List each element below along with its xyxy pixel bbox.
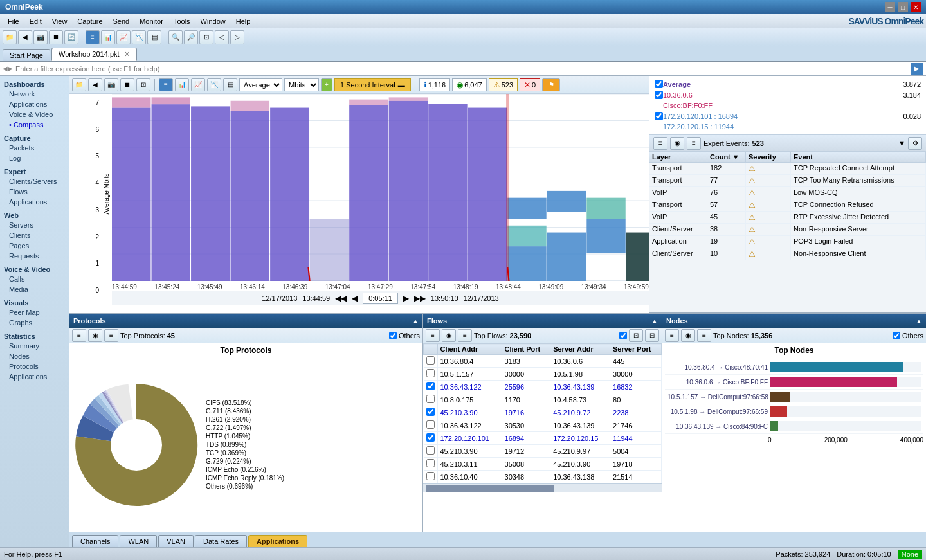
tab-workshop[interactable]: Workshop 2014.pkt ✕ — [51, 48, 137, 61]
flows-expand-btn[interactable]: ⊡ — [629, 329, 643, 342]
flows-table-btn[interactable]: ≡ — [426, 329, 440, 342]
nodes-collapse[interactable]: ▲ — [916, 318, 922, 325]
nodes-others-checkbox[interactable] — [893, 332, 900, 339]
table-row[interactable]: 10.5.1.157 30000 10.5.1.98 30000 — [424, 368, 662, 381]
proto-bar-btn[interactable]: ≡ — [104, 329, 118, 342]
col-server-addr[interactable]: Server Addr — [550, 344, 610, 355]
bytes-badge[interactable]: ◉ 6,047 — [452, 78, 487, 91]
toolbar-stack[interactable]: ▤ — [147, 30, 161, 44]
graph-btn-open[interactable]: 📁 — [72, 78, 86, 91]
flows-collapse-btn[interactable]: ⊟ — [645, 329, 659, 342]
graph-btn-back[interactable]: ◀ — [88, 78, 102, 91]
graph-btn-stop[interactable]: ⏹ — [120, 78, 134, 91]
warn-badge[interactable]: ⚠ 523 — [489, 78, 518, 91]
sidebar-item-voice-video[interactable]: Voice & Video — [0, 109, 69, 120]
row-check[interactable] — [426, 395, 435, 403]
menu-monitor[interactable]: Monitor — [134, 16, 168, 26]
sidebar-item-summary[interactable]: Summary — [0, 341, 69, 351]
toolbar-open[interactable]: 📁 — [3, 30, 17, 44]
toolbar-table[interactable]: ≡ — [86, 30, 100, 44]
row-check[interactable] — [426, 408, 435, 416]
flows-scrollbar-thumb[interactable] — [426, 485, 554, 492]
toolbar-restart[interactable]: 🔄 — [64, 30, 78, 44]
legend-check-172[interactable] — [655, 112, 663, 120]
graph-split-btn[interactable]: ▤ — [223, 78, 237, 91]
expert-bar-btn[interactable]: ≡ — [687, 137, 701, 150]
menu-window[interactable]: Window — [195, 16, 231, 26]
close-button[interactable]: ✕ — [911, 2, 921, 12]
sidebar-item-clients-servers[interactable]: Clients/Servers — [0, 176, 69, 186]
table-row[interactable]: 45.210.3.90 19716 45.210.9.72 2238 — [424, 406, 662, 419]
tab-wlan[interactable]: WLAN — [120, 535, 157, 547]
menu-file[interactable]: File — [3, 16, 24, 26]
maximize-button[interactable]: □ — [898, 2, 908, 12]
graph-btn-capture[interactable]: 📷 — [104, 78, 118, 91]
filter-go-button[interactable]: ▶ — [911, 63, 923, 75]
protocols-collapse[interactable]: ▲ — [412, 318, 419, 325]
graph-line-btn[interactable]: 📈 — [191, 78, 205, 91]
flows-bar-btn[interactable]: ≡ — [458, 329, 472, 342]
row-check[interactable] — [426, 433, 435, 442]
row-check[interactable] — [426, 382, 435, 390]
sidebar-item-servers[interactable]: Servers — [0, 220, 69, 230]
table-row[interactable]: VoIP 76 ⚠ Low MOS-CQ — [649, 187, 926, 199]
table-row[interactable]: 10.36.10.40 30348 10.36.43.138 21514 — [424, 471, 662, 483]
toolbar-zoom-in[interactable]: 🔍 — [168, 30, 183, 44]
graph-btn-restart[interactable]: ⊡ — [136, 78, 150, 91]
sidebar-item-stat-applications[interactable]: Applications — [0, 372, 69, 382]
table-row[interactable]: Transport 57 ⚠ TCP Connection Refused — [649, 199, 926, 212]
graph-table-btn[interactable]: ≡ — [159, 78, 173, 91]
table-row[interactable]: Client/Server 10 ⚠ Non-Responsive Client — [649, 248, 926, 260]
expert-pie-btn[interactable]: ◉ — [670, 137, 684, 150]
sidebar-item-log[interactable]: Log — [0, 153, 69, 163]
time-back-btn[interactable]: ◀◀ — [335, 294, 347, 303]
sidebar-item-clients[interactable]: Clients — [0, 230, 69, 240]
col-client-addr[interactable]: Client Addr — [437, 344, 502, 355]
tab-start-page[interactable]: Start Page — [3, 49, 50, 61]
sidebar-item-network[interactable]: Network — [0, 89, 69, 99]
col-server-port[interactable]: Server Port — [610, 344, 662, 355]
row-check[interactable] — [426, 420, 435, 429]
menu-tools[interactable]: Tools — [168, 16, 195, 26]
filter-input[interactable] — [15, 65, 911, 73]
row-check[interactable] — [426, 472, 435, 480]
sidebar-item-expert-applications[interactable]: Applications — [0, 197, 69, 207]
interval-button[interactable]: 1 Second Interval ▬ — [334, 78, 411, 91]
row-check[interactable] — [426, 446, 435, 455]
menu-view[interactable]: View — [47, 16, 73, 26]
flows-collapse[interactable]: ▲ — [651, 318, 658, 325]
flows-pie-btn[interactable]: ◉ — [442, 329, 456, 342]
legend-check-1036[interactable] — [655, 91, 663, 99]
sidebar-item-protocols[interactable]: Protocols — [0, 361, 69, 372]
menu-help[interactable]: Help — [231, 16, 256, 26]
graph-area-btn[interactable]: 📉 — [207, 78, 221, 91]
table-row[interactable]: Transport 77 ⚠ TCP Too Many Retransmissi… — [649, 175, 926, 187]
tab-data-rates[interactable]: Data Rates — [195, 535, 247, 547]
mbits-select[interactable]: Mbits Kbits Bytes — [284, 78, 319, 91]
toolbar-fit[interactable]: ⊡ — [199, 30, 213, 44]
menu-capture[interactable]: Capture — [72, 16, 107, 26]
legend-check-average[interactable] — [655, 80, 663, 88]
sidebar-item-pages[interactable]: Pages — [0, 240, 69, 251]
toolbar-area[interactable]: 📉 — [132, 30, 146, 44]
expert-filter-icon[interactable]: ▼ — [898, 140, 905, 147]
time-forward-btn[interactable]: ▶▶ — [414, 294, 426, 303]
sidebar-item-calls[interactable]: Calls — [0, 274, 69, 284]
table-row[interactable]: 45.210.3.90 19712 45.210.9.97 5004 — [424, 445, 662, 458]
sidebar-item-media[interactable]: Media — [0, 284, 69, 294]
sidebar-item-compass[interactable]: Compass — [0, 120, 69, 130]
proto-table-btn[interactable]: ≡ — [72, 329, 86, 342]
tab-channels[interactable]: Channels — [72, 535, 118, 547]
tab-applications[interactable]: Applications — [248, 535, 307, 547]
toolbar-chart[interactable]: 📊 — [101, 30, 115, 44]
tab-vlan[interactable]: VLAN — [158, 535, 194, 547]
table-row[interactable]: 10.36.43.122 30530 10.36.43.139 21746 — [424, 419, 662, 432]
flows-others-checkbox[interactable] — [619, 332, 627, 339]
proto-pie-btn[interactable]: ◉ — [88, 329, 102, 342]
expert-table-btn[interactable]: ≡ — [653, 137, 667, 150]
toolbar-stop[interactable]: ⏹ — [49, 30, 63, 44]
sidebar-item-requests[interactable]: Requests — [0, 251, 69, 261]
toolbar-line[interactable]: 📈 — [116, 30, 131, 44]
toolbar-scroll-right[interactable]: ▷ — [230, 30, 244, 44]
time-prev-btn[interactable]: ◀ — [352, 294, 358, 303]
